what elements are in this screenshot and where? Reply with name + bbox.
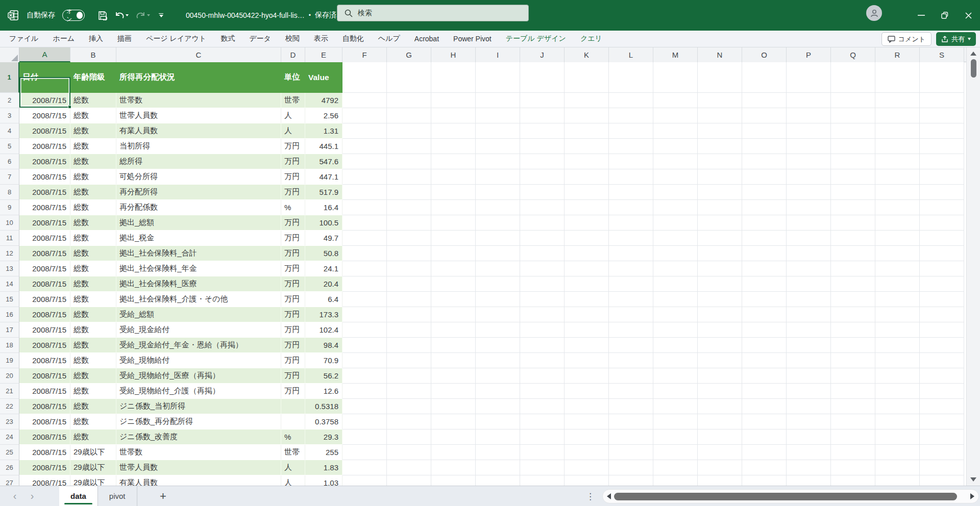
- cell-J19[interactable]: [520, 353, 565, 368]
- horizontal-scroll-thumb[interactable]: [614, 493, 957, 500]
- cell-G26[interactable]: [387, 460, 431, 475]
- cell-H6[interactable]: [431, 154, 476, 169]
- cell-A12[interactable]: 2008/7/15: [19, 246, 70, 261]
- cell-G14[interactable]: [387, 276, 431, 292]
- cell-M8[interactable]: [653, 185, 698, 200]
- cell-Q21[interactable]: [831, 384, 875, 399]
- cell-N2[interactable]: [698, 93, 742, 108]
- cell-K22[interactable]: [565, 399, 609, 414]
- column-header-S[interactable]: S: [920, 47, 964, 62]
- cell-L2[interactable]: [609, 93, 653, 108]
- cell-P15[interactable]: [787, 292, 831, 307]
- cell-C21[interactable]: 受給_現物給付_介護（再掲）: [116, 384, 281, 399]
- cell-Q25[interactable]: [831, 445, 875, 460]
- cell-Q5[interactable]: [831, 139, 875, 154]
- cell-K13[interactable]: [565, 261, 609, 276]
- cell-R12[interactable]: [875, 246, 920, 261]
- cell-G17[interactable]: [387, 322, 431, 338]
- cell-O18[interactable]: [742, 338, 787, 353]
- cell-B16[interactable]: 総数: [70, 307, 116, 322]
- cell-Q2[interactable]: [831, 93, 875, 108]
- cell-H26[interactable]: [431, 460, 476, 475]
- cell-B12[interactable]: 総数: [70, 246, 116, 261]
- cell-B9[interactable]: 総数: [70, 200, 116, 215]
- cell-D11[interactable]: 万円: [281, 231, 305, 246]
- cell-C12[interactable]: 拠出_社会保険料_合計: [116, 246, 281, 261]
- cell-S11[interactable]: [920, 231, 964, 246]
- cell-A5[interactable]: 2008/7/15: [19, 139, 70, 154]
- cell-P9[interactable]: [787, 200, 831, 215]
- cell-S26[interactable]: [920, 460, 964, 475]
- cell-E25[interactable]: 255: [305, 445, 342, 460]
- cell-I23[interactable]: [476, 414, 520, 429]
- row-header-14[interactable]: 14: [0, 276, 19, 292]
- cell-M12[interactable]: [653, 246, 698, 261]
- cell-C11[interactable]: 拠出_税金: [116, 231, 281, 246]
- cell-I15[interactable]: [476, 292, 520, 307]
- cell-S5[interactable]: [920, 139, 964, 154]
- cell-B14[interactable]: 総数: [70, 276, 116, 292]
- row-header-10[interactable]: 10: [0, 215, 19, 231]
- cell-B23[interactable]: 総数: [70, 414, 116, 429]
- cell-H20[interactable]: [431, 368, 476, 384]
- cell-A15[interactable]: 2008/7/15: [19, 292, 70, 307]
- cell-F4[interactable]: [342, 123, 387, 139]
- ribbon-tab-query[interactable]: クエリ: [573, 31, 609, 47]
- cell-O25[interactable]: [742, 445, 787, 460]
- cell-N15[interactable]: [698, 292, 742, 307]
- cell-J26[interactable]: [520, 460, 565, 475]
- cell-M11[interactable]: [653, 231, 698, 246]
- cell-A27[interactable]: 2008/7/15: [19, 475, 70, 486]
- cell-O16[interactable]: [742, 307, 787, 322]
- cell-P5[interactable]: [787, 139, 831, 154]
- cell-N3[interactable]: [698, 108, 742, 123]
- cell-C19[interactable]: 受給_現物給付: [116, 353, 281, 368]
- cell-N23[interactable]: [698, 414, 742, 429]
- cell-D23[interactable]: [281, 414, 305, 429]
- cell-K25[interactable]: [565, 445, 609, 460]
- cell-O3[interactable]: [742, 108, 787, 123]
- cell-K8[interactable]: [565, 185, 609, 200]
- cell-S15[interactable]: [920, 292, 964, 307]
- cell-H11[interactable]: [431, 231, 476, 246]
- column-header-M[interactable]: M: [653, 47, 698, 62]
- cell-I19[interactable]: [476, 353, 520, 368]
- cell-C9[interactable]: 再分配係数: [116, 200, 281, 215]
- cell-R27[interactable]: [875, 475, 920, 486]
- cell-L1[interactable]: [609, 62, 653, 93]
- cell-F17[interactable]: [342, 322, 387, 338]
- cell-P3[interactable]: [787, 108, 831, 123]
- cell-C6[interactable]: 総所得: [116, 154, 281, 169]
- cell-Q26[interactable]: [831, 460, 875, 475]
- cell-J7[interactable]: [520, 169, 565, 185]
- cell-J14[interactable]: [520, 276, 565, 292]
- column-header-H[interactable]: H: [431, 47, 476, 62]
- cell-D17[interactable]: 万円: [281, 322, 305, 338]
- cell-Q23[interactable]: [831, 414, 875, 429]
- cell-O21[interactable]: [742, 384, 787, 399]
- cell-J9[interactable]: [520, 200, 565, 215]
- cell-O11[interactable]: [742, 231, 787, 246]
- cell-P25[interactable]: [787, 445, 831, 460]
- cell-A16[interactable]: 2008/7/15: [19, 307, 70, 322]
- cell-F12[interactable]: [342, 246, 387, 261]
- cell-O2[interactable]: [742, 93, 787, 108]
- row-header-18[interactable]: 18: [0, 338, 19, 353]
- cell-A6[interactable]: 2008/7/15: [19, 154, 70, 169]
- cell-L7[interactable]: [609, 169, 653, 185]
- cell-C20[interactable]: 受給_現物給付_医療（再掲）: [116, 368, 281, 384]
- cell-Q15[interactable]: [831, 292, 875, 307]
- search-input[interactable]: 検索: [337, 5, 529, 21]
- cell-P4[interactable]: [787, 123, 831, 139]
- cell-F25[interactable]: [342, 445, 387, 460]
- cell-M9[interactable]: [653, 200, 698, 215]
- cell-K18[interactable]: [565, 338, 609, 353]
- scroll-left-arrow-icon[interactable]: [607, 493, 611, 499]
- cell-D5[interactable]: 万円: [281, 139, 305, 154]
- cell-B20[interactable]: 総数: [70, 368, 116, 384]
- cell-S8[interactable]: [920, 185, 964, 200]
- cell-Q12[interactable]: [831, 246, 875, 261]
- cell-P1[interactable]: [787, 62, 831, 93]
- cell-N25[interactable]: [698, 445, 742, 460]
- cell-H18[interactable]: [431, 338, 476, 353]
